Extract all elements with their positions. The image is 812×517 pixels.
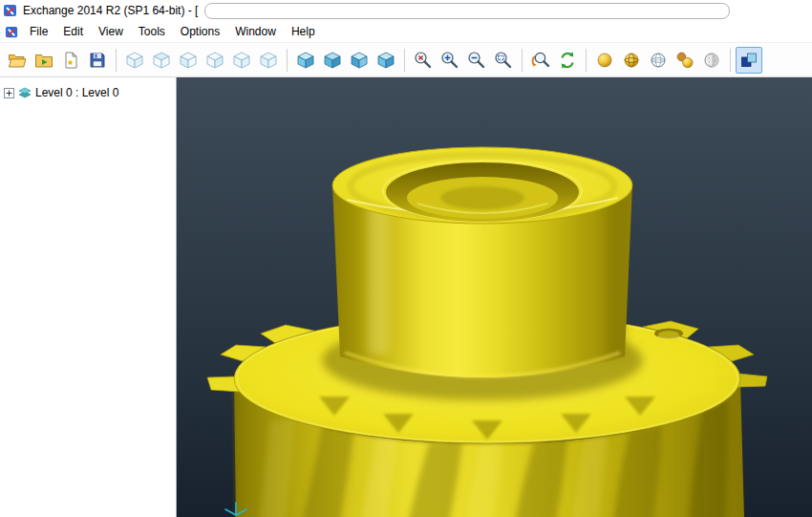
toolbar-separator xyxy=(116,49,117,72)
wire-cube-icon xyxy=(258,50,279,71)
main-toolbar xyxy=(0,42,812,77)
model-tree-panel: Level 0 : Level 0 xyxy=(0,77,177,517)
menu-tools[interactable]: Tools xyxy=(131,23,173,40)
render-hidden-line-button[interactable] xyxy=(698,47,725,74)
wire-cube-icon xyxy=(231,50,252,71)
zoom-in-button[interactable] xyxy=(437,47,463,74)
menu-options[interactable]: Options xyxy=(173,23,227,40)
app-icon xyxy=(3,3,18,18)
layout-squares-icon xyxy=(738,50,759,71)
view-cube-button-6[interactable] xyxy=(255,47,282,74)
hub-right-shade xyxy=(605,192,626,356)
menu-view[interactable]: View xyxy=(91,23,131,40)
zoom-out-button[interactable] xyxy=(463,47,490,74)
open-folder-button[interactable] xyxy=(31,47,57,74)
shaded-edges-sphere-icon xyxy=(621,50,642,71)
menu-help[interactable]: Help xyxy=(284,23,323,40)
3d-viewport[interactable] xyxy=(177,77,812,517)
solid-cube-icon xyxy=(322,50,343,71)
hidden-line-sphere-icon xyxy=(701,50,722,71)
solid-cube-icon xyxy=(295,50,316,71)
tree-expander-icon[interactable] xyxy=(4,88,14,98)
document-star-icon xyxy=(60,50,81,71)
menu-window[interactable]: Window xyxy=(227,23,284,40)
render-wireframe-button[interactable] xyxy=(645,47,672,74)
zoom-out-icon xyxy=(466,50,487,71)
zoom-window-button[interactable] xyxy=(490,47,517,74)
view-cube-button-5[interactable] xyxy=(228,47,255,74)
shaded-sphere-icon xyxy=(594,50,615,71)
menu-edit[interactable]: Edit xyxy=(55,23,91,40)
view-cube-button-3[interactable] xyxy=(175,47,202,74)
wire-cube-icon xyxy=(178,50,199,71)
wire-cube-icon xyxy=(204,50,225,71)
wireframe-globe-icon xyxy=(648,50,669,71)
zoom-in-icon xyxy=(439,50,460,71)
main-area: Level 0 : Level 0 xyxy=(0,77,812,517)
two-spheres-icon xyxy=(674,50,695,71)
toolbar-separator xyxy=(522,49,523,72)
view-cube-button-2[interactable] xyxy=(148,47,175,74)
tree-item-level0[interactable]: Level 0 : Level 0 xyxy=(0,86,176,99)
open-folder-icon xyxy=(7,50,28,71)
magnifier-x-icon xyxy=(413,50,434,71)
floppy-disk-icon xyxy=(87,50,108,71)
toolbar-separator xyxy=(730,49,731,72)
solid-cube-button-3[interactable] xyxy=(346,47,373,74)
zoom-dynamic-button[interactable] xyxy=(527,47,554,74)
save-button[interactable] xyxy=(84,47,111,74)
folder-arrow-icon xyxy=(33,50,54,71)
solid-cube-icon xyxy=(375,50,396,71)
render-spheres-button[interactable] xyxy=(672,47,698,74)
title-bar: Exchange 2014 R2 (SP1 64-bit) - [ xyxy=(0,0,812,21)
document-title-box xyxy=(204,3,730,19)
solid-cube-button-4[interactable] xyxy=(373,47,399,74)
zoom-window-icon xyxy=(493,50,514,71)
document-icon xyxy=(3,24,20,39)
refresh-view-button[interactable] xyxy=(554,47,581,74)
toolbar-separator xyxy=(586,49,587,72)
hub-highlight xyxy=(368,194,389,355)
toolbar-separator xyxy=(287,49,288,72)
render-shaded-edges-button[interactable] xyxy=(618,47,645,74)
gear-hole xyxy=(654,329,683,339)
solid-cube-button-1[interactable] xyxy=(292,47,319,74)
tree-item-label: Level 0 : Level 0 xyxy=(35,86,118,99)
wire-cube-icon xyxy=(124,50,145,71)
window-title: Exchange 2014 R2 (SP1 64-bit) - [ xyxy=(23,4,198,17)
view-cube-button-4[interactable] xyxy=(202,47,228,74)
layers-icon xyxy=(18,86,32,99)
solid-cube-icon xyxy=(349,50,370,71)
refresh-icon xyxy=(557,50,578,71)
open-file-button[interactable] xyxy=(4,47,31,74)
toolbar-separator xyxy=(404,49,405,72)
menu-file[interactable]: File xyxy=(22,23,55,40)
hub-bore xyxy=(383,161,582,222)
view-cube-button-1[interactable] xyxy=(121,47,148,74)
render-shaded-button[interactable] xyxy=(591,47,618,74)
zoom-tool-button[interactable] xyxy=(410,47,437,74)
magnifier-orbit-icon xyxy=(530,50,551,71)
menu-bar: File Edit View Tools Options Window Help xyxy=(0,21,812,42)
solid-cube-button-2[interactable] xyxy=(319,47,346,74)
wire-cube-icon xyxy=(151,50,172,71)
viewport-layout-button[interactable] xyxy=(736,47,762,74)
import-file-button[interactable] xyxy=(57,47,84,74)
viewport-container xyxy=(177,77,812,517)
